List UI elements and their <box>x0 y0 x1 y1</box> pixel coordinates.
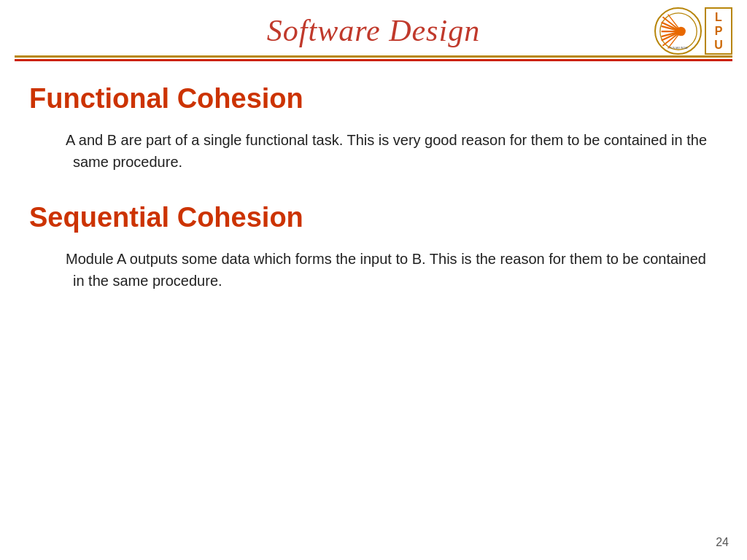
sun-icon: PUNJAB INDIA <box>659 12 698 51</box>
functional-cohesion-body: A and B are part of a single functional … <box>29 129 718 173</box>
header: Software Design <box>0 0 747 61</box>
functional-cohesion-section: Functional Cohesion A and B are part of … <box>29 83 718 173</box>
lpu-logo: L P U <box>705 7 732 55</box>
slide: Software Design <box>0 0 747 560</box>
svg-text:PUNJAB INDIA: PUNJAB INDIA <box>669 47 687 50</box>
red-line <box>15 59 732 61</box>
sequential-cohesion-title: Sequential Cohesion <box>29 202 718 233</box>
university-logo: PUNJAB INDIA <box>654 7 702 55</box>
functional-cohesion-text: A and B are part of a single functional … <box>36 129 718 173</box>
gold-line <box>15 55 732 58</box>
svg-point-10 <box>676 26 686 36</box>
slide-title: Software Design <box>15 13 732 48</box>
page-number: 24 <box>716 536 729 549</box>
sequential-cohesion-text: Module A outputs some data which forms t… <box>36 248 718 292</box>
sequential-cohesion-section: Sequential Cohesion Module A outputs som… <box>29 202 718 292</box>
slide-content: Functional Cohesion A and B are part of … <box>0 61 747 560</box>
logo-area: PUNJAB INDIA L P U <box>654 7 732 55</box>
header-divider <box>15 55 732 61</box>
functional-cohesion-title: Functional Cohesion <box>29 83 718 114</box>
sequential-cohesion-body: Module A outputs some data which forms t… <box>29 248 718 292</box>
